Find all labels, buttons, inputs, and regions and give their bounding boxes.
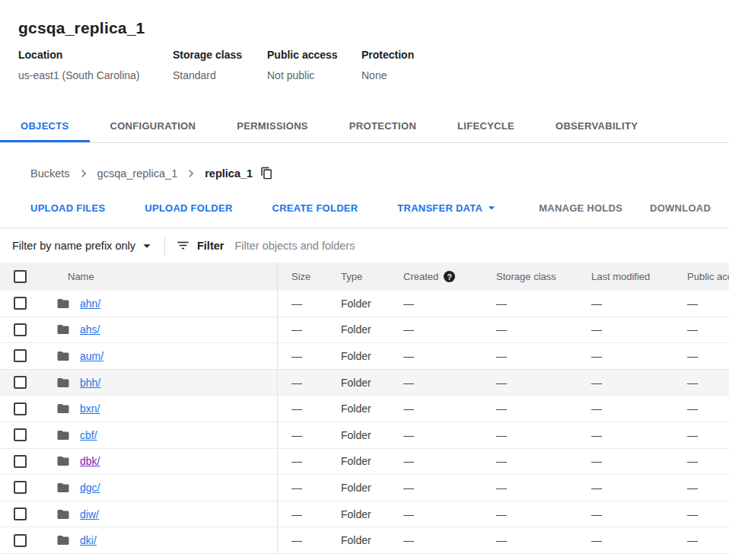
folder-link[interactable]: ahn/ bbox=[80, 298, 100, 310]
manage-holds-button[interactable]: MANAGE HOLDS bbox=[539, 202, 622, 214]
download-button[interactable]: DOWNLOAD bbox=[650, 202, 711, 214]
folder-link[interactable]: bxn/ bbox=[80, 402, 100, 415]
row-public-access: — bbox=[673, 370, 729, 396]
row-size: — bbox=[278, 475, 327, 501]
row-name-cell: diw/ bbox=[43, 501, 278, 527]
row-checkbox-cell bbox=[0, 291, 43, 317]
row-checkbox-cell bbox=[0, 527, 43, 553]
row-name-cell: dbk/ bbox=[43, 449, 278, 475]
row-name-cell: bxn/ bbox=[43, 396, 278, 422]
row-checkbox[interactable] bbox=[14, 534, 27, 547]
row-public-access: — bbox=[673, 527, 729, 553]
row-checkbox[interactable] bbox=[14, 349, 27, 362]
row-name-cell: dki/ bbox=[43, 527, 278, 553]
row-checkbox[interactable] bbox=[14, 297, 27, 310]
row-created: — bbox=[390, 343, 482, 369]
row-checkbox-cell bbox=[0, 370, 43, 396]
row-storage-class: — bbox=[482, 501, 578, 527]
row-checkbox-cell bbox=[0, 396, 43, 422]
tab-configuration[interactable]: CONFIGURATION bbox=[90, 109, 217, 142]
folder-link[interactable]: aum/ bbox=[80, 350, 103, 362]
folder-link[interactable]: ahs/ bbox=[80, 323, 100, 336]
row-checkbox[interactable] bbox=[14, 402, 27, 415]
table-row: bxn/—Folder———— bbox=[0, 396, 729, 422]
upload-files-button[interactable]: UPLOAD FILES bbox=[30, 202, 105, 214]
row-last-modified: — bbox=[578, 527, 673, 553]
folder-link[interactable]: diw/ bbox=[80, 508, 99, 520]
row-storage-class: — bbox=[482, 422, 578, 448]
table-row: dbk/—Folder———— bbox=[0, 449, 729, 476]
row-checkbox[interactable] bbox=[14, 376, 27, 389]
row-checkbox-cell bbox=[0, 422, 43, 448]
row-checkbox[interactable] bbox=[14, 481, 27, 494]
select-all-checkbox[interactable] bbox=[14, 270, 27, 283]
row-public-access: — bbox=[673, 396, 729, 422]
row-checkbox-cell bbox=[0, 317, 43, 343]
table-row: diw/—Folder———— bbox=[0, 501, 729, 528]
folder-link[interactable]: dgc/ bbox=[80, 482, 100, 494]
meta-public-access: Public access Not public bbox=[267, 49, 361, 81]
content-copy-icon bbox=[260, 167, 273, 180]
filter-scope-dropdown[interactable]: Filter by name prefix only bbox=[12, 237, 155, 254]
row-checkbox[interactable] bbox=[14, 508, 27, 520]
row-checkbox-cell bbox=[0, 475, 43, 501]
tab-lifecycle[interactable]: LIFECYCLE bbox=[437, 109, 535, 142]
filter-objects-input[interactable] bbox=[234, 240, 729, 252]
folder-link[interactable]: cbf/ bbox=[80, 429, 97, 441]
row-storage-class: — bbox=[482, 370, 578, 396]
folder-icon bbox=[56, 402, 70, 415]
filter-label: Filter bbox=[197, 240, 224, 252]
row-size: — bbox=[278, 422, 327, 448]
row-last-modified: — bbox=[578, 291, 673, 317]
column-header-public-access: Public access bbox=[673, 262, 729, 291]
row-storage-class: — bbox=[482, 449, 578, 475]
meta-location: Location us-east1 (South Carolina) bbox=[18, 49, 173, 81]
breadcrumb-buckets[interactable]: Buckets bbox=[30, 167, 70, 180]
row-size: — bbox=[278, 449, 327, 475]
row-last-modified: — bbox=[578, 501, 673, 527]
row-storage-class: — bbox=[482, 475, 578, 501]
tab-protection[interactable]: PROTECTION bbox=[329, 109, 437, 142]
row-last-modified: — bbox=[578, 370, 673, 396]
column-header-storage-class: Storage class bbox=[482, 262, 578, 291]
tab-permissions[interactable]: PERMISSIONS bbox=[216, 109, 329, 142]
folder-link[interactable]: dki/ bbox=[80, 534, 97, 546]
column-header-type: Type bbox=[327, 262, 390, 291]
row-public-access: — bbox=[673, 343, 729, 369]
bucket-meta: Location us-east1 (South Carolina) Stora… bbox=[18, 49, 711, 81]
tab-objects[interactable]: OBJECTS bbox=[0, 109, 90, 142]
row-checkbox-cell bbox=[0, 343, 43, 369]
row-checkbox-cell bbox=[0, 449, 43, 475]
column-header-created: Created ? bbox=[390, 262, 482, 291]
row-type: Folder bbox=[327, 449, 390, 475]
row-checkbox[interactable] bbox=[14, 428, 27, 441]
folder-icon bbox=[56, 376, 70, 390]
folder-link[interactable]: dbk/ bbox=[80, 455, 100, 467]
transfer-data-button[interactable]: TRANSFER DATA bbox=[397, 200, 499, 215]
row-name-cell: cbf/ bbox=[43, 422, 278, 448]
breadcrumb-bucket-name[interactable]: gcsqa_replica_1 bbox=[97, 167, 178, 180]
meta-storage-class: Storage class Standard bbox=[173, 49, 267, 81]
row-storage-class: — bbox=[482, 343, 578, 369]
folder-icon bbox=[56, 481, 70, 495]
create-folder-button[interactable]: CREATE FOLDER bbox=[272, 202, 358, 214]
folder-icon bbox=[56, 508, 70, 521]
row-public-access: — bbox=[673, 501, 729, 527]
row-checkbox[interactable] bbox=[14, 455, 27, 468]
row-created: — bbox=[390, 317, 482, 343]
folder-icon bbox=[56, 297, 70, 310]
copy-path-button[interactable] bbox=[260, 167, 274, 180]
row-name-cell: ahn/ bbox=[43, 291, 278, 317]
help-icon[interactable]: ? bbox=[444, 271, 455, 282]
row-type: Folder bbox=[327, 317, 390, 343]
bucket-tabs: OBJECTS CONFIGURATION PERMISSIONS PROTEC… bbox=[0, 109, 729, 143]
row-name-cell: ahs/ bbox=[43, 317, 278, 343]
row-public-access: — bbox=[673, 475, 729, 501]
row-checkbox[interactable] bbox=[14, 323, 27, 336]
row-storage-class: — bbox=[482, 291, 578, 317]
row-public-access: — bbox=[673, 449, 729, 475]
tab-observability[interactable]: OBSERVABILITY bbox=[535, 109, 658, 142]
folder-link[interactable]: bhh/ bbox=[80, 377, 100, 389]
row-last-modified: — bbox=[578, 449, 673, 475]
upload-folder-button[interactable]: UPLOAD FOLDER bbox=[145, 202, 232, 214]
